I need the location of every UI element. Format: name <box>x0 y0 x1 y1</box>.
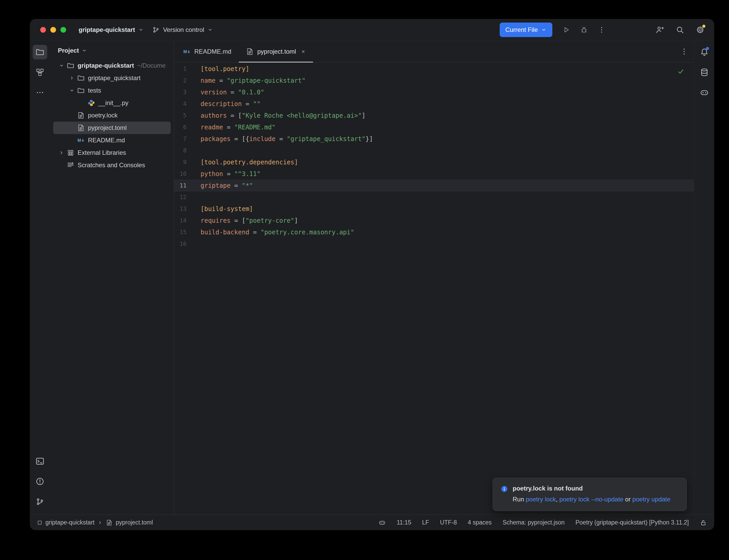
database-tool-icon[interactable] <box>697 65 712 80</box>
line-text: authors = ["Kyle Roche <hello@griptape.a… <box>192 112 366 119</box>
line-number: 3 <box>174 89 192 95</box>
notifications-bell-icon[interactable] <box>697 45 712 59</box>
python-interpreter[interactable]: Poetry (griptape-quickstart) [Python 3.1… <box>575 519 689 526</box>
close-window-button[interactable] <box>40 27 46 33</box>
tree-item-poetry-lock[interactable]: poetry.lock <box>53 109 171 122</box>
code-line-15[interactable]: 15build-backend = "poetry.core.masonry.a… <box>174 226 694 238</box>
settings-gear-icon[interactable] <box>694 24 706 36</box>
tree-item-griptape-quickstart[interactable]: griptape-quickstart~/Docume <box>53 59 171 72</box>
window-controls <box>40 27 66 33</box>
line-number: 9 <box>174 159 192 165</box>
run-configuration-selector[interactable]: Current File <box>500 23 552 37</box>
tree-item-griptape-quickstart[interactable]: griptape_quickstart <box>53 72 171 84</box>
run-configuration-label: Current File <box>505 26 538 33</box>
chevron-right-icon[interactable] <box>67 75 77 81</box>
line-number: 7 <box>174 136 192 142</box>
project-tool-icon[interactable] <box>33 45 47 59</box>
chevron-down-icon <box>541 27 547 33</box>
code-line-1[interactable]: 1[tool.poetry] <box>174 63 694 75</box>
code-line-3[interactable]: 3version = "0.1.0" <box>174 86 694 98</box>
notification-action-link[interactable]: poetry lock --no-update <box>559 496 623 503</box>
line-text: [build-system] <box>192 205 253 213</box>
notification-text: or <box>623 496 633 503</box>
markdown-file-icon: M <box>183 48 191 55</box>
close-tab-icon[interactable] <box>301 49 306 54</box>
code-line-2[interactable]: 2name = "griptape-quickstart" <box>174 75 694 86</box>
code-line-5[interactable]: 5authors = ["Kyle Roche <hello@griptape.… <box>174 110 694 121</box>
code-line-14[interactable]: 14requires = ["poetry-core"] <box>174 215 694 226</box>
line-number: 11 <box>174 182 192 189</box>
run-button[interactable] <box>559 23 574 37</box>
code-line-10[interactable]: 10python = "^3.11" <box>174 168 694 180</box>
code-with-me-icon[interactable] <box>654 24 666 36</box>
more-run-actions-icon[interactable] <box>594 23 609 37</box>
ai-assistant-status-icon[interactable] <box>379 519 386 526</box>
code-line-8[interactable]: 8 <box>174 145 694 156</box>
notification-action-link[interactable]: poetry update <box>633 496 671 503</box>
inspections-ok-icon[interactable] <box>677 68 685 75</box>
code-line-9[interactable]: 9[tool.poetry.dependencies] <box>174 156 694 168</box>
code-line-4[interactable]: 4description = "" <box>174 98 694 110</box>
vcs-widget-label: Version control <box>163 26 204 33</box>
editor-options-icon[interactable] <box>678 45 690 58</box>
tree-item-label: poetry.lock <box>88 112 117 119</box>
unlock-icon[interactable] <box>700 519 707 526</box>
line-text: [tool.poetry.dependencies] <box>192 159 298 166</box>
chevron-right-icon[interactable] <box>56 150 67 156</box>
line-separator[interactable]: LF <box>422 519 429 526</box>
code-line-16[interactable]: 16 <box>174 238 694 250</box>
caret-position[interactable]: 11:15 <box>397 519 411 526</box>
notification-popup[interactable]: poetry.lock is not found Run poetry lock… <box>493 478 687 511</box>
chevron-down-icon[interactable] <box>56 63 67 68</box>
breadcrumb-project[interactable]: griptape-quickstart <box>45 519 94 526</box>
titlebar: griptape-quickstart Version control Curr… <box>30 19 714 41</box>
tree-item-label: tests <box>88 87 101 94</box>
notification-text: Run <box>513 496 526 503</box>
ai-assistant-tool-icon[interactable] <box>697 85 712 100</box>
indent-style[interactable]: 4 spaces <box>468 519 492 526</box>
terminal-tool-icon[interactable] <box>33 454 47 468</box>
line-text: griptape = "*" <box>192 182 253 189</box>
json-schema[interactable]: Schema: pyproject.json <box>503 519 565 526</box>
tree-item--init-py[interactable]: __init__.py <box>53 97 171 109</box>
breadcrumb-file[interactable]: pyproject.toml <box>116 519 153 526</box>
tree-item-scratches-and-consoles[interactable]: Scratches and Consoles <box>53 159 171 171</box>
python-icon <box>87 99 98 107</box>
debug-button[interactable] <box>576 23 592 37</box>
line-number: 15 <box>174 229 192 235</box>
structure-tool-icon[interactable] <box>33 65 47 80</box>
code-line-11[interactable]: 11griptape = "*" <box>174 180 694 191</box>
tab-readme-md[interactable]: M README.md <box>176 41 239 62</box>
code-line-6[interactable]: 6readme = "README.md" <box>174 121 694 133</box>
code-editor[interactable]: 1[tool.poetry]2name = "griptape-quicksta… <box>174 62 694 515</box>
minimize-window-button[interactable] <box>50 27 56 33</box>
tabbar-spacer <box>313 41 678 62</box>
project-panel-title: Project <box>58 47 79 54</box>
project-widget[interactable]: griptape-quickstart <box>74 23 148 37</box>
line-number: 1 <box>174 66 192 72</box>
line-text: build-backend = "poetry.core.masonry.api… <box>192 229 354 236</box>
zoom-window-button[interactable] <box>60 27 66 33</box>
tab-pyproject-toml[interactable]: pyproject.toml <box>239 41 313 62</box>
project-panel-header[interactable]: Project <box>50 44 174 57</box>
file-encoding[interactable]: UTF-8 <box>440 519 457 526</box>
tree-item-pyproject-toml[interactable]: pyproject.toml <box>53 122 171 134</box>
chevron-down-icon <box>138 27 144 33</box>
module-icon <box>37 520 42 525</box>
problems-tool-icon[interactable] <box>33 474 47 489</box>
code-line-7[interactable]: 7packages = [{include = "griptape_quicks… <box>174 133 694 145</box>
toml-file-icon <box>106 519 113 526</box>
search-everywhere-icon[interactable] <box>674 24 686 36</box>
tree-item-external-libraries[interactable]: External Libraries <box>53 146 171 159</box>
vcs-widget[interactable]: Version control <box>148 23 217 37</box>
notification-action-link[interactable]: poetry lock <box>526 496 556 503</box>
chevron-down-icon[interactable] <box>67 88 77 93</box>
git-tool-icon[interactable] <box>33 494 47 509</box>
code-line-13[interactable]: 13[build-system] <box>174 203 694 215</box>
more-tool-windows-icon[interactable] <box>33 85 47 100</box>
tree-item-readme-md[interactable]: MREADME.md <box>53 134 171 146</box>
tree-item-tests[interactable]: tests <box>53 84 171 97</box>
code-line-12[interactable]: 12 <box>174 191 694 203</box>
line-text: readme = "README.md" <box>192 124 275 131</box>
svg-text:M: M <box>183 49 187 54</box>
